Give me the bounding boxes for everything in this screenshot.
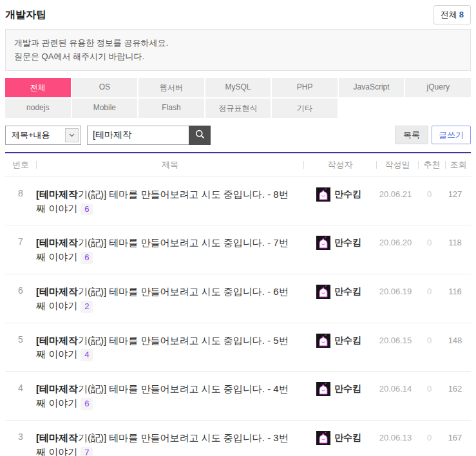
tab-jquery[interactable]: jQuery [405,78,471,97]
search-field-select[interactable]: 제목+내용 [5,126,81,145]
post-title-link[interactable]: [테마제작기(記)] 테마를 만들어보려고 시도 중입니다. - 7번째 이야기… [36,236,303,264]
magnifier-icon [195,129,205,142]
chevron-down-icon [65,128,79,142]
page-title: 개발자팁 [5,8,46,22]
post-author[interactable]: 만수킴 [334,189,361,200]
post-author[interactable]: 만수킴 [334,383,361,395]
table-row: 6 [테마제작기(記)] 테마를 만들어보려고 시도 중입니다. - 6번째 이… [5,274,471,323]
post-views: 148 [443,334,468,345]
post-likes: 0 [416,236,443,247]
table-row: 7 [테마제작기(記)] 테마를 만들어보려고 시도 중입니다. - 7번째 이… [5,225,471,274]
post-date: 20.06.15 [375,334,416,345]
post-number: 5 [5,334,36,345]
board-header: 개발자팁 전체8 [5,0,471,29]
list-button[interactable]: 목록 [395,126,428,144]
post-author-cell: 만수킴 [303,382,375,396]
post-likes: 0 [416,285,443,296]
post-title-highlight: [테마제작 [36,383,78,394]
category-tabs: 전체OS웹서버MySQLPHPJavaScriptjQuerynodejsMob… [5,78,471,118]
tab-정규표현식[interactable]: 정규표현식 [205,99,271,118]
post-number: 6 [5,285,36,296]
post-number: 8 [5,187,36,198]
post-title-link[interactable]: [테마제작기(記)] 테마를 만들어보려고 시도 중입니다. - 6번째 이야기… [36,285,303,313]
post-date: 20.06.13 [375,431,416,442]
post-number: 7 [5,236,36,247]
post-author[interactable]: 만수킴 [334,432,361,444]
post-views: 162 [443,382,468,394]
tab-all[interactable]: 전체 [5,78,71,97]
post-author[interactable]: 만수킴 [334,335,361,347]
header-date: 작성일 [377,159,418,171]
header-number: 번호 [5,159,36,171]
post-title-link[interactable]: [테마제작기(記)] 테마를 만들어보려고 시도 중입니다. - 5번째 이야기… [36,334,303,362]
total-count: 8 [459,10,464,19]
board-notice: 개발과 관련된 유용한 정보를 공유하세요. 질문은 QA에서 해주시기 바랍니… [5,29,471,71]
write-button[interactable]: 글쓰기 [432,126,471,144]
tab-기타[interactable]: 기타 [272,99,338,118]
notice-line-2: 질문은 QA에서 해주시기 바랍니다. [14,50,462,63]
search-field-selected: 제목+내용 [12,129,50,141]
post-author[interactable]: 만수킴 [334,286,361,298]
post-author-cell: 만수킴 [303,187,375,202]
search-button[interactable] [189,126,211,145]
post-likes: 0 [416,187,443,199]
post-table: 번호 제목 작성자 작성일 추천 조회 8 [테마제작기(記)] 테마를 만들어… [5,152,471,456]
notice-line-1: 개발과 관련된 유용한 정보를 공유하세요. [14,36,462,50]
post-date: 20.06.21 [375,187,416,199]
post-author-cell: 만수킴 [303,285,375,299]
tab-nodejs[interactable]: nodejs [5,99,71,118]
avatar [316,187,330,202]
avatar [316,382,330,396]
total-label: 전체 [441,10,457,19]
post-number: 3 [5,431,36,442]
table-row: 5 [테마제작기(記)] 테마를 만들어보려고 시도 중입니다. - 5번째 이… [5,323,471,372]
comment-count-badge: 6 [81,204,93,216]
post-title-highlight: [테마제작 [36,237,78,248]
tab-javascript[interactable]: JavaScript [339,78,405,97]
post-title-link[interactable]: [테마제작기(記)] 테마를 만들어보려고 시도 중입니다. - 8번째 이야기… [36,187,303,216]
total-count-button[interactable]: 전체8 [433,5,471,24]
post-date: 20.06.14 [375,382,416,394]
tab-flash[interactable]: Flash [138,99,204,118]
post-number: 4 [5,382,36,393]
post-likes: 0 [416,334,443,345]
post-author-cell: 만수킴 [303,236,375,250]
tab-mysql[interactable]: MySQL [205,78,271,97]
post-author[interactable]: 만수킴 [334,237,361,249]
post-title-link[interactable]: [테마제작기(記)] 테마를 만들어보려고 시도 중입니다. - 4번째 이야기… [36,382,303,410]
tab-웹서버[interactable]: 웹서버 [138,78,204,97]
comment-count-badge: 4 [81,349,93,361]
post-title-highlight: [테마제작 [36,335,78,346]
search-controls: 제목+내용 목록 글쓰기 [5,126,471,145]
comment-count-badge: 6 [81,398,93,410]
header-views: 조회 [446,159,471,171]
comment-count-badge: 2 [81,301,93,313]
post-title-link[interactable]: [테마제작기(記)] 테마를 만들어보려고 시도 중입니다. - 3번째 이야기… [36,431,303,456]
post-views: 118 [443,236,468,247]
post-likes: 0 [416,431,443,442]
board-page: 개발자팁 전체8 개발과 관련된 유용한 정보를 공유하세요. 질문은 QA에서… [0,0,476,456]
header-likes: 추천 [419,159,445,171]
tab-php[interactable]: PHP [272,78,338,97]
post-date: 20.06.20 [375,236,416,247]
table-row: 4 [테마제작기(記)] 테마를 만들어보려고 시도 중입니다. - 4번째 이… [5,372,471,421]
post-title-highlight: [테마제작 [36,286,78,297]
tab-os[interactable]: OS [72,78,138,97]
tab-mobile[interactable]: Mobile [72,99,138,118]
search-input[interactable] [87,126,189,145]
header-title: 제목 [37,159,303,171]
post-title-highlight: [테마제작 [36,432,78,443]
table-row: 3 [테마제작기(記)] 테마를 만들어보려고 시도 중입니다. - 3번째 이… [5,421,471,456]
header-author: 작성자 [304,159,376,171]
comment-count-badge: 6 [81,252,93,264]
table-row: 8 [테마제작기(記)] 테마를 만들어보려고 시도 중입니다. - 8번째 이… [5,177,471,226]
post-views: 167 [443,431,468,442]
avatar [316,334,330,348]
avatar [316,236,330,250]
post-date: 20.06.19 [375,285,416,296]
post-author-cell: 만수킴 [303,431,375,445]
post-title-highlight: [테마제작 [36,189,78,200]
avatar [316,285,330,299]
post-views: 127 [443,187,468,199]
avatar [316,431,330,445]
